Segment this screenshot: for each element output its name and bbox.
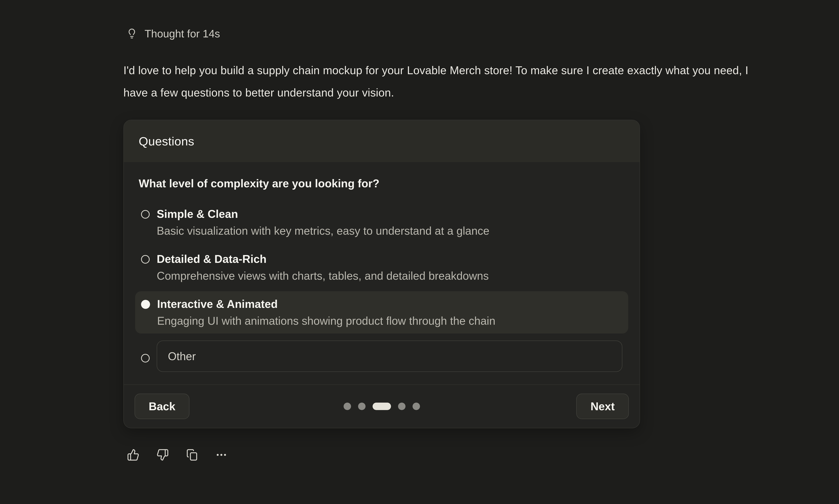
- radio-unselected[interactable]: [141, 210, 150, 219]
- copy-icon: [186, 449, 198, 461]
- radio-unselected[interactable]: [141, 354, 150, 362]
- questions-card-header: Questions: [124, 120, 640, 162]
- option-interactive-animated[interactable]: Interactive & Animated Engaging UI with …: [135, 291, 628, 334]
- more-options-icon: [215, 449, 228, 461]
- radio-unselected[interactable]: [141, 255, 150, 264]
- assistant-message-text: I'd love to help you build a supply chai…: [123, 59, 758, 104]
- pagination-dot: [413, 402, 420, 410]
- message-actions-toolbar: [127, 449, 766, 461]
- pagination-dot-active: [372, 402, 391, 410]
- option-title: Simple & Clean: [157, 206, 489, 222]
- other-option-input[interactable]: [157, 341, 622, 372]
- pagination-dots: [344, 402, 420, 410]
- radio-selected[interactable]: [141, 300, 150, 309]
- option-detailed-data-rich[interactable]: Detailed & Data-Rich Comprehensive views…: [135, 246, 628, 288]
- thumbs-down-button[interactable]: [156, 449, 169, 461]
- pagination-dot: [344, 402, 351, 410]
- option-description: Engaging UI with animations showing prod…: [157, 313, 495, 329]
- option-title: Detailed & Data-Rich: [157, 251, 489, 267]
- thumbs-down-icon: [156, 449, 169, 461]
- card-title: Questions: [139, 134, 194, 148]
- option-description: Basic visualization with key metrics, ea…: [157, 223, 489, 239]
- more-options-button[interactable]: [215, 449, 228, 461]
- next-button[interactable]: Next: [576, 394, 629, 419]
- pagination-dot: [358, 402, 366, 410]
- chat-message-block: Thought for 14s I'd love to help you bui…: [123, 28, 766, 461]
- copy-button[interactable]: [186, 449, 198, 461]
- back-button[interactable]: Back: [135, 394, 189, 419]
- questions-card: Questions What level of complexity are y…: [123, 120, 640, 428]
- thinking-summary[interactable]: Thought for 14s: [126, 28, 766, 40]
- question-text: What level of complexity are you looking…: [139, 177, 628, 190]
- pagination-dot: [398, 402, 405, 410]
- questions-card-body: What level of complexity are you looking…: [124, 162, 640, 384]
- option-simple-clean[interactable]: Simple & Clean Basic visualization with …: [135, 201, 628, 244]
- thumbs-up-icon: [127, 449, 139, 461]
- lightbulb-icon: [126, 28, 138, 40]
- option-other: [135, 341, 628, 372]
- questions-card-footer: Back Next: [124, 384, 640, 428]
- thumbs-up-button[interactable]: [127, 449, 139, 461]
- thinking-label: Thought for 14s: [144, 28, 220, 40]
- option-description: Comprehensive views with charts, tables,…: [157, 268, 489, 284]
- option-title: Interactive & Animated: [157, 296, 495, 312]
